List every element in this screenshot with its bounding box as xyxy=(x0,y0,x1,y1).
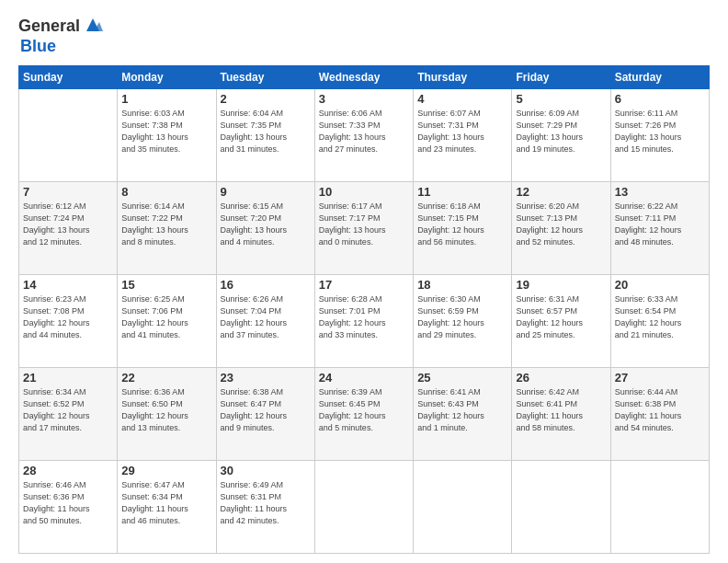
weekday-header-monday: Monday xyxy=(118,66,216,89)
day-number: 8 xyxy=(121,185,211,199)
logo: General Blue xyxy=(18,15,103,56)
calendar-cell: 9Sunrise: 6:15 AM Sunset: 7:20 PM Daylig… xyxy=(216,182,314,275)
day-number: 9 xyxy=(221,185,311,199)
day-number: 18 xyxy=(417,278,507,292)
day-info: Sunrise: 6:42 AM Sunset: 6:41 PM Dayligh… xyxy=(516,386,606,434)
day-info: Sunrise: 6:17 AM Sunset: 7:17 PM Dayligh… xyxy=(319,201,409,248)
day-info: Sunrise: 6:12 AM Sunset: 7:24 PM Dayligh… xyxy=(23,201,113,248)
calendar-cell xyxy=(314,461,413,554)
day-number: 15 xyxy=(121,278,211,292)
day-number: 21 xyxy=(23,371,113,385)
logo-blue-text: Blue xyxy=(20,37,56,55)
day-number: 24 xyxy=(319,371,409,385)
day-info: Sunrise: 6:28 AM Sunset: 7:01 PM Dayligh… xyxy=(319,293,409,341)
week-row-3: 14Sunrise: 6:23 AM Sunset: 7:08 PM Dayli… xyxy=(19,275,710,368)
calendar-cell: 5Sunrise: 6:09 AM Sunset: 7:29 PM Daylig… xyxy=(512,89,610,182)
calendar-cell: 4Sunrise: 6:07 AM Sunset: 7:31 PM Daylig… xyxy=(414,89,512,182)
day-info: Sunrise: 6:11 AM Sunset: 7:26 PM Dayligh… xyxy=(615,108,705,155)
calendar-cell: 7Sunrise: 6:12 AM Sunset: 7:24 PM Daylig… xyxy=(19,182,118,275)
day-number: 12 xyxy=(516,185,606,199)
calendar-cell: 13Sunrise: 6:22 AM Sunset: 7:11 PM Dayli… xyxy=(610,182,709,275)
day-number: 25 xyxy=(417,371,507,385)
day-number: 11 xyxy=(417,185,507,199)
calendar-cell: 18Sunrise: 6:30 AM Sunset: 6:59 PM Dayli… xyxy=(414,275,512,368)
day-info: Sunrise: 6:06 AM Sunset: 7:33 PM Dayligh… xyxy=(319,108,409,155)
day-info: Sunrise: 6:18 AM Sunset: 7:15 PM Dayligh… xyxy=(417,201,507,248)
day-number: 30 xyxy=(221,464,311,477)
calendar-table: SundayMondayTuesdayWednesdayThursdayFrid… xyxy=(18,65,710,554)
calendar-cell: 12Sunrise: 6:20 AM Sunset: 7:13 PM Dayli… xyxy=(512,182,610,275)
calendar-cell: 27Sunrise: 6:44 AM Sunset: 6:38 PM Dayli… xyxy=(610,368,709,461)
weekday-header-saturday: Saturday xyxy=(610,66,709,89)
day-info: Sunrise: 6:46 AM Sunset: 6:36 PM Dayligh… xyxy=(23,479,113,527)
weekday-header-sunday: Sunday xyxy=(19,66,118,89)
header: General Blue xyxy=(18,15,710,56)
calendar-cell: 11Sunrise: 6:18 AM Sunset: 7:15 PM Dayli… xyxy=(414,182,512,275)
logo-icon xyxy=(83,15,103,35)
calendar-cell xyxy=(414,461,512,554)
day-number: 4 xyxy=(417,92,507,106)
day-number: 3 xyxy=(319,92,409,106)
day-info: Sunrise: 6:14 AM Sunset: 7:22 PM Dayligh… xyxy=(121,201,211,248)
day-number: 2 xyxy=(221,92,311,106)
day-number: 13 xyxy=(615,185,705,199)
day-number: 1 xyxy=(121,92,211,106)
day-info: Sunrise: 6:38 AM Sunset: 6:47 PM Dayligh… xyxy=(221,386,311,434)
calendar-cell: 6Sunrise: 6:11 AM Sunset: 7:26 PM Daylig… xyxy=(610,89,709,182)
page: General Blue SundayMondayTuesdayWednesda… xyxy=(0,0,728,563)
week-row-1: 1Sunrise: 6:03 AM Sunset: 7:38 PM Daylig… xyxy=(19,89,710,182)
calendar-cell: 28Sunrise: 6:46 AM Sunset: 6:36 PM Dayli… xyxy=(19,461,118,554)
calendar-cell: 26Sunrise: 6:42 AM Sunset: 6:41 PM Dayli… xyxy=(512,368,610,461)
logo-general-text: General xyxy=(18,17,80,36)
calendar-cell: 21Sunrise: 6:34 AM Sunset: 6:52 PM Dayli… xyxy=(19,368,118,461)
calendar-cell: 29Sunrise: 6:47 AM Sunset: 6:34 PM Dayli… xyxy=(118,461,216,554)
day-number: 29 xyxy=(121,464,211,477)
day-info: Sunrise: 6:20 AM Sunset: 7:13 PM Dayligh… xyxy=(516,201,606,248)
day-info: Sunrise: 6:30 AM Sunset: 6:59 PM Dayligh… xyxy=(417,293,507,341)
calendar-cell: 3Sunrise: 6:06 AM Sunset: 7:33 PM Daylig… xyxy=(314,89,413,182)
day-info: Sunrise: 6:23 AM Sunset: 7:08 PM Dayligh… xyxy=(23,293,113,341)
day-info: Sunrise: 6:04 AM Sunset: 7:35 PM Dayligh… xyxy=(221,108,311,155)
calendar-cell: 19Sunrise: 6:31 AM Sunset: 6:57 PM Dayli… xyxy=(512,275,610,368)
calendar-cell: 24Sunrise: 6:39 AM Sunset: 6:45 PM Dayli… xyxy=(314,368,413,461)
week-row-2: 7Sunrise: 6:12 AM Sunset: 7:24 PM Daylig… xyxy=(19,182,710,275)
day-info: Sunrise: 6:09 AM Sunset: 7:29 PM Dayligh… xyxy=(516,108,606,155)
calendar-cell: 20Sunrise: 6:33 AM Sunset: 6:54 PM Dayli… xyxy=(610,275,709,368)
calendar-cell: 25Sunrise: 6:41 AM Sunset: 6:43 PM Dayli… xyxy=(414,368,512,461)
calendar-cell: 15Sunrise: 6:25 AM Sunset: 7:06 PM Dayli… xyxy=(118,275,216,368)
calendar-cell xyxy=(19,89,118,182)
day-info: Sunrise: 6:34 AM Sunset: 6:52 PM Dayligh… xyxy=(23,386,113,434)
day-number: 17 xyxy=(319,278,409,292)
day-info: Sunrise: 6:31 AM Sunset: 6:57 PM Dayligh… xyxy=(516,293,606,341)
day-number: 7 xyxy=(23,185,113,199)
day-info: Sunrise: 6:44 AM Sunset: 6:38 PM Dayligh… xyxy=(615,386,705,434)
day-info: Sunrise: 6:36 AM Sunset: 6:50 PM Dayligh… xyxy=(121,386,211,434)
weekday-header-wednesday: Wednesday xyxy=(314,66,413,89)
day-number: 27 xyxy=(615,371,705,385)
calendar-cell: 10Sunrise: 6:17 AM Sunset: 7:17 PM Dayli… xyxy=(314,182,413,275)
day-number: 28 xyxy=(23,464,113,477)
day-info: Sunrise: 6:33 AM Sunset: 6:54 PM Dayligh… xyxy=(615,293,705,341)
weekday-header-tuesday: Tuesday xyxy=(216,66,314,89)
calendar-cell: 30Sunrise: 6:49 AM Sunset: 6:31 PM Dayli… xyxy=(216,461,314,554)
calendar-cell: 23Sunrise: 6:38 AM Sunset: 6:47 PM Dayli… xyxy=(216,368,314,461)
day-info: Sunrise: 6:41 AM Sunset: 6:43 PM Dayligh… xyxy=(417,386,507,434)
day-info: Sunrise: 6:49 AM Sunset: 6:31 PM Dayligh… xyxy=(221,479,311,527)
day-info: Sunrise: 6:03 AM Sunset: 7:38 PM Dayligh… xyxy=(121,108,211,155)
day-number: 20 xyxy=(615,278,705,292)
calendar-cell xyxy=(610,461,709,554)
day-info: Sunrise: 6:47 AM Sunset: 6:34 PM Dayligh… xyxy=(121,479,211,527)
calendar-cell xyxy=(512,461,610,554)
weekday-header-row: SundayMondayTuesdayWednesdayThursdayFrid… xyxy=(19,66,710,89)
calendar-cell: 2Sunrise: 6:04 AM Sunset: 7:35 PM Daylig… xyxy=(216,89,314,182)
day-number: 6 xyxy=(615,92,705,106)
day-number: 23 xyxy=(221,371,311,385)
day-info: Sunrise: 6:26 AM Sunset: 7:04 PM Dayligh… xyxy=(221,293,311,341)
day-info: Sunrise: 6:25 AM Sunset: 7:06 PM Dayligh… xyxy=(121,293,211,341)
day-number: 22 xyxy=(121,371,211,385)
week-row-4: 21Sunrise: 6:34 AM Sunset: 6:52 PM Dayli… xyxy=(19,368,710,461)
day-info: Sunrise: 6:22 AM Sunset: 7:11 PM Dayligh… xyxy=(615,201,705,248)
calendar-cell: 22Sunrise: 6:36 AM Sunset: 6:50 PM Dayli… xyxy=(118,368,216,461)
week-row-5: 28Sunrise: 6:46 AM Sunset: 6:36 PM Dayli… xyxy=(19,461,710,554)
day-number: 14 xyxy=(23,278,113,292)
